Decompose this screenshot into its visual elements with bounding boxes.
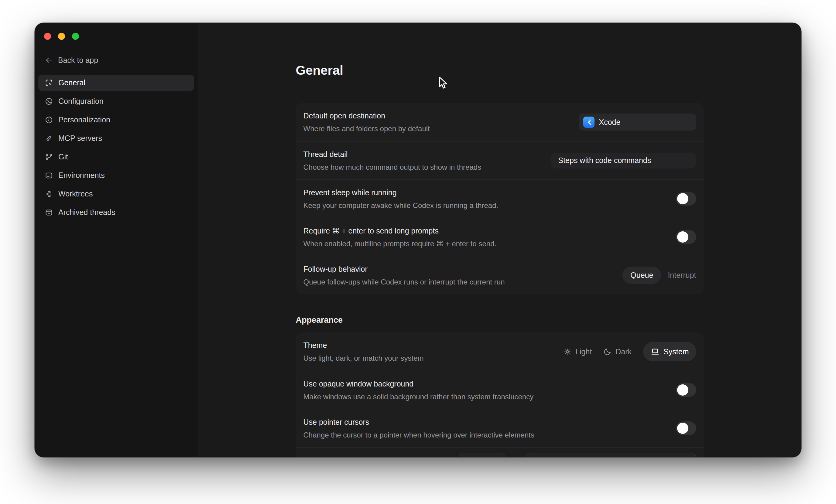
back-to-app-label: Back to app [58, 56, 98, 65]
setting-title: Thread detail [303, 150, 481, 159]
toggle-knob [677, 384, 688, 395]
appearance-heading: Appearance [296, 314, 704, 326]
toggle-knob [677, 231, 688, 243]
prevent-sleep-toggle[interactable] [676, 192, 696, 206]
page-title: General [296, 63, 704, 78]
sidebar: Back to app General Configuration [35, 23, 198, 457]
window-controls [35, 33, 198, 40]
setting-row-thread-detail: Thread detail Choose how much command ou… [296, 141, 704, 179]
settings-content: General Default open destination Where f… [296, 63, 704, 457]
theme-system-label: System [663, 347, 689, 356]
setting-subtitle: Keep your computer awake while Codex is … [303, 201, 498, 210]
setting-row-prevent-sleep: Prevent sleep while running Keep your co… [296, 179, 704, 218]
main-panel: General Default open destination Where f… [198, 23, 801, 457]
sidebar-item-environments[interactable]: Environments [38, 167, 194, 183]
cursor-selection-icon [45, 79, 53, 87]
moon-icon [603, 347, 612, 356]
setting-row-pointer-cursors: Use pointer cursors Change the cursor to… [296, 409, 704, 447]
setting-row-opaque-background: Use opaque window background Make window… [296, 371, 704, 409]
sidebar-item-git[interactable]: Git [38, 149, 194, 165]
setting-subtitle: Use light, dark, or match your system [303, 354, 424, 363]
setting-subtitle: Queue follow-ups while Codex runs or int… [303, 277, 505, 286]
clipped-button[interactable] [459, 453, 505, 457]
archive-box-icon [45, 208, 53, 217]
setting-title: Prevent sleep while running [303, 188, 498, 197]
setting-row-theme: Theme Use light, dark, or match your sys… [296, 332, 704, 371]
setting-title: Use pointer cursors [303, 418, 534, 427]
thread-detail-value: Steps with code commands [558, 156, 651, 165]
default-open-destination-button[interactable]: Xcode [579, 114, 696, 131]
clipped-select-button[interactable] [526, 453, 696, 457]
toggle-knob [677, 193, 688, 204]
setting-subtitle: Choose how much command output to show i… [303, 163, 481, 172]
theme-dark-label: Dark [615, 347, 631, 356]
follow-up-interrupt-option[interactable]: Interrupt [668, 271, 696, 279]
theme-light-label: Light [575, 347, 592, 356]
sidebar-item-label: Personalization [58, 115, 110, 124]
minimize-window-button[interactable] [58, 33, 65, 40]
sidebar-item-label: MCP servers [58, 134, 102, 143]
sidebar-item-label: Worktrees [58, 190, 93, 198]
setting-title: Theme [303, 341, 424, 350]
sidebar-nav: General Configuration Personalization [35, 75, 198, 223]
xcode-app-icon [583, 117, 594, 128]
mouse-cursor [437, 76, 449, 91]
toggle-knob [677, 423, 688, 434]
sidebar-item-label: Archived threads [58, 208, 115, 217]
sidebar-item-mcp-servers[interactable]: MCP servers [38, 130, 194, 146]
back-arrow-icon [45, 56, 53, 64]
require-cmd-enter-toggle[interactable] [676, 230, 696, 244]
default-open-destination-value: Xcode [599, 118, 621, 127]
setting-title: Default open destination [303, 111, 430, 120]
sidebar-item-general[interactable]: General [38, 75, 194, 91]
pointer-cursors-toggle[interactable] [676, 422, 696, 435]
theme-system-button[interactable]: System [643, 342, 696, 361]
setting-row-require-cmd-enter: Require ⌘ + enter to send long prompts W… [296, 218, 704, 256]
theme-light-button[interactable]: Light [563, 347, 592, 356]
setting-title: Use opaque window background [303, 379, 534, 388]
theme-dark-button[interactable]: Dark [603, 347, 631, 356]
sidebar-item-label: General [58, 78, 86, 87]
setting-subtitle: Change the cursor to a pointer when hove… [303, 430, 534, 439]
setting-row-default-open-destination: Default open destination Where files and… [296, 103, 704, 141]
terminal-circle-icon [45, 97, 53, 106]
sidebar-item-label: Environments [58, 171, 105, 180]
coil-icon [45, 134, 53, 143]
laptop-icon [650, 347, 660, 356]
zoom-window-button[interactable] [72, 33, 79, 40]
opaque-background-toggle[interactable] [676, 383, 696, 397]
sidebar-item-personalization[interactable]: Personalization [38, 112, 194, 128]
setting-title: Follow-up behavior [303, 265, 505, 274]
setting-subtitle: Where files and folders open by default [303, 124, 430, 133]
split-arrows-icon [45, 190, 53, 198]
setting-subtitle: When enabled, multiline prompts require … [303, 239, 497, 248]
sidebar-item-configuration[interactable]: Configuration [38, 93, 194, 109]
follow-up-queue-option[interactable]: Queue [623, 267, 661, 284]
theme-segmented-control: Light Dark [563, 342, 696, 361]
close-window-button[interactable] [44, 33, 51, 40]
appearance-settings-card: Theme Use light, dark, or match your sys… [296, 332, 704, 457]
window-icon [45, 171, 53, 180]
back-to-app-button[interactable]: Back to app [45, 56, 198, 64]
sun-icon [563, 347, 572, 356]
sidebar-item-label: Configuration [58, 97, 103, 106]
sidebar-item-label: Git [58, 152, 68, 161]
general-settings-card: Default open destination Where files and… [296, 103, 704, 294]
setting-row-follow-up-behavior: Follow-up behavior Queue follow-ups whil… [296, 256, 704, 294]
thread-detail-select[interactable]: Steps with code commands [551, 153, 696, 169]
desktop-background: Back to app General Configuration [0, 0, 836, 504]
clock-circle-icon [45, 116, 53, 124]
git-branch-icon [45, 153, 53, 161]
app-window: Back to app General Configuration [35, 23, 801, 457]
setting-subtitle: Make windows use a solid background rath… [303, 392, 534, 401]
follow-up-segmented-control: Queue Interrupt [623, 267, 696, 284]
setting-title: Require ⌘ + enter to send long prompts [303, 226, 497, 235]
sidebar-item-worktrees[interactable]: Worktrees [38, 186, 194, 202]
sidebar-item-archived-threads[interactable]: Archived threads [38, 204, 194, 220]
